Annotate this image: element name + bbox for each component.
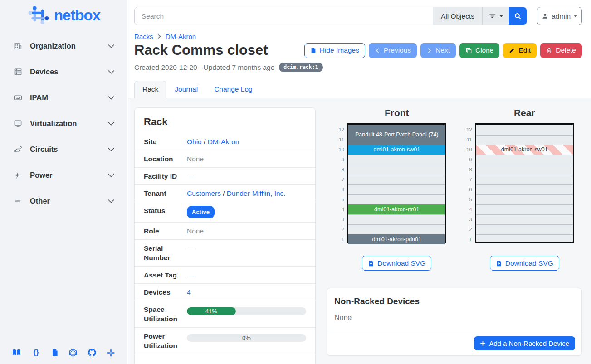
release-notes-book-icon[interactable] [51,348,59,357]
right-column: Front121110987654321Panduit 48-Port Patc… [327,107,582,356]
github-icon[interactable] [88,348,97,357]
edit-button[interactable]: Edit [503,43,537,58]
sidebar-item-devices[interactable]: Devices [0,59,127,85]
detail-row: StatusActive [135,202,315,222]
unit-number: 2 [334,224,344,234]
sidebar-nav: OrganizationDevices12IPAMVirtualizationC… [0,33,127,214]
search-input[interactable] [135,7,433,25]
breadcrumb: RacksDM-Akron [128,25,591,40]
trash-icon [546,47,552,54]
api-braces-icon[interactable]: {} [31,348,41,357]
sidebar-item-virtualization[interactable]: Virtualization [0,111,127,136]
detail-row-value: 4 [187,287,306,297]
download-file-icon [496,260,502,267]
unit-number: 9 [462,155,472,165]
download-svg-button[interactable]: Download SVG [490,256,559,271]
rack-unit-empty[interactable] [348,194,445,204]
clone-button[interactable]: Clone [459,43,500,58]
object-id-badge[interactable]: dcim.rack:1 [279,63,322,72]
search-scope-button[interactable]: All Objects [433,7,482,25]
rack-unit-empty[interactable] [476,175,573,184]
rack-unit-empty[interactable] [348,224,445,234]
detail-link[interactable]: 4 [187,288,191,296]
detail-link[interactable]: Dunder-Mifflin, Inc. [227,189,286,197]
utilization-fill: 41% [187,307,236,315]
rack-unit-empty[interactable] [348,165,445,175]
tab-change-log[interactable]: Change Log [206,81,260,98]
sidebar-item-organization[interactable]: Organization [0,33,127,59]
rack-device[interactable]: dmi01-akron-rtr01 [348,204,445,214]
detail-link[interactable]: Ohio [187,138,202,146]
rack-unit-empty[interactable] [476,165,573,175]
rack-elevation-rear: Rear121110987654321dmi01-akron-sw01Downl… [462,107,574,271]
slack-icon[interactable] [107,349,115,357]
rack-unit-empty[interactable] [476,155,573,165]
chevron-right-icon [157,34,162,39]
unit-number: 9 [334,155,344,165]
graphql-icon[interactable] [68,348,78,357]
detail-row: SiteOhio / DM-Akron [135,133,315,150]
previous-button[interactable]: Previous [369,43,417,58]
rack-device[interactable]: Panduit 48-Port Patch Panel (74) [348,125,445,145]
copy-icon [465,47,472,54]
sidebar-footer: {} [0,348,127,364]
detail-row-label: Location [144,154,187,164]
rack-unit-empty[interactable] [476,194,573,204]
non-racked-devices-card: Non-Racked Devices None Add a Non-Racked… [327,288,582,356]
rack-device[interactable]: dmi01-akron-sw01 [476,145,573,155]
detail-row-value: None [187,154,306,164]
unit-number: 10 [462,145,472,155]
unit-number: 10 [334,145,344,155]
detail-row-value: — [187,171,306,181]
sidebar-item-ipam[interactable]: 12IPAM [0,85,127,111]
rack-device[interactable]: dmi01-akron-sw01 [348,145,445,155]
rack-unit-empty[interactable] [476,224,573,234]
download-svg-button[interactable]: Download SVG [362,256,431,271]
detail-row-value: Active [187,206,306,218]
rack-unit-empty[interactable] [476,234,573,244]
unit-number: 11 [462,135,472,145]
add-non-racked-device-button[interactable]: Add a Non-Racked Device [474,336,575,350]
tab-journal[interactable]: Journal [166,81,206,98]
detail-row-value: 41% [187,305,306,315]
rack-unit-empty[interactable] [476,214,573,224]
breadcrumb-link[interactable]: DM-Akron [166,33,196,40]
detail-row-label: Facility ID [144,171,187,181]
utilization-bar: 0% [187,334,306,342]
sidebar-item-circuits[interactable]: Circuits [0,136,127,162]
rack-unit-empty[interactable] [476,125,573,135]
netbox-logo[interactable]: netbox [0,5,127,26]
chevron-left-icon [375,48,381,53]
next-button[interactable]: Next [420,43,456,58]
rack-device[interactable]: dmi01-akron-pdu01 [348,234,445,244]
tab-content: Rack SiteOhio / DM-AkronLocationNoneFaci… [128,98,591,364]
detail-row: Space Utilization41% [135,301,315,327]
detail-link[interactable]: DM-Akron [208,138,239,146]
detail-row: Serial Number— [135,239,315,266]
user-menu-button[interactable]: admin [537,7,582,25]
delete-button[interactable]: Delete [540,43,582,58]
topbar: All Objects admin [128,0,591,25]
detail-link[interactable]: Customers [187,189,221,197]
rack-unit-empty[interactable] [476,135,573,145]
hide-images-button[interactable]: Hide Images [304,43,365,58]
rack-unit-empty[interactable] [476,184,573,194]
tab-rack[interactable]: Rack [134,81,166,98]
tab-bar: RackJournalChange Log [128,81,591,98]
object-actions: Hide Images Previous Next Clone [304,43,582,58]
detail-row-label: Asset Tag [144,270,187,280]
rack-unit-empty[interactable] [348,214,445,224]
search-filter-button[interactable] [482,7,509,25]
sidebar-item-other[interactable]: Other [0,188,127,214]
breadcrumb-link[interactable]: Racks [134,33,153,40]
docs-book-open-icon[interactable] [12,348,21,357]
unit-number: 7 [462,175,472,184]
rack-unit-empty[interactable] [476,204,573,214]
rack-unit-empty[interactable] [348,155,445,165]
rack-unit-empty[interactable] [348,175,445,184]
sidebar-item-power[interactable]: Power [0,162,127,188]
rack-unit-empty[interactable] [348,184,445,194]
search-submit-button[interactable] [509,7,527,25]
chevron-down-icon [107,197,115,205]
netbox-wordmark: netbox [54,7,100,24]
